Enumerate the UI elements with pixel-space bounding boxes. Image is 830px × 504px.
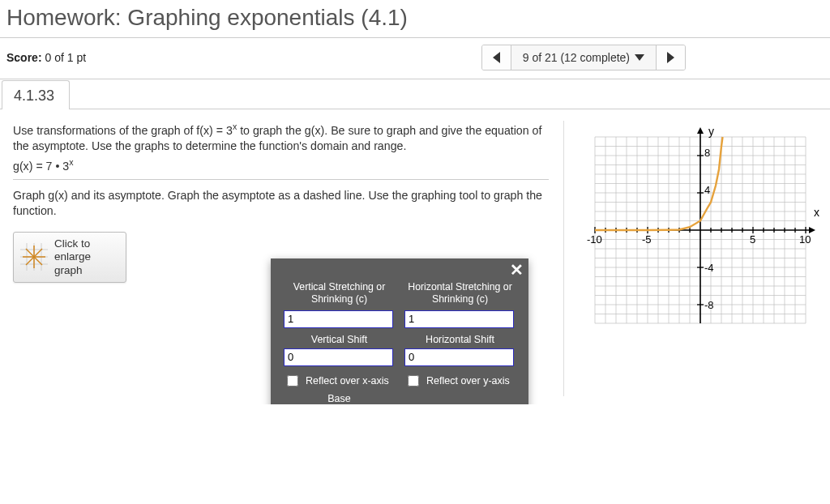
graph-icon [20,243,48,271]
horizontal-shift-label: Horizontal Shift [400,332,520,348]
question-number-tab[interactable]: 4.1.33 [2,80,70,109]
transformation-panel: ✕ Vertical Stretching or Shrinking (c) H… [271,258,528,404]
graph-instruction: Graph g(x) and its asymptote. Graph the … [13,188,549,219]
equation-gx: g(x) = 7 • 3x [13,157,549,173]
y-tick-neg4: -4 [704,262,714,274]
top-bar: Score: 0 of 1 pt 9 of 21 (12 complete) [0,38,830,79]
horizontal-stretch-label: Horizontal Stretching or Shrinking (c) [400,280,520,310]
x-tick-neg5: -5 [642,233,652,246]
page-title: Homework: Graphing exponentials (4.1) [0,0,830,38]
chevron-left-icon [493,52,500,63]
reflect-y-label: Reflect over y-axis [426,375,510,387]
progress-dropdown[interactable]: 9 of 21 (12 complete) [511,45,656,70]
y-tick-neg8: -8 [704,299,714,311]
x-tick-10: 10 [799,233,811,246]
reflect-x-checkbox[interactable] [287,375,298,387]
x-tick-5: 5 [750,233,755,246]
problem-column: Use transformations of the graph of f(x)… [13,121,564,396]
y-tick-8: 8 [704,147,710,159]
score-value: 0 of 1 pt [45,51,86,64]
vertical-stretch-label: Vertical Stretching or Shrinking (c) [279,280,400,310]
chevron-down-icon [635,54,644,61]
enlarge-label: Click to enlarge graph [54,237,91,277]
y-axis-label: y [708,125,714,138]
vertical-shift-input[interactable] [284,348,393,366]
question-nav: 9 of 21 (12 complete) [481,45,686,70]
reflect-x-label: Reflect over x-axis [306,375,389,387]
divider [13,179,549,180]
prev-button[interactable] [482,45,511,70]
graph-plot[interactable]: y x 8 4 -4 -8 -10 -5 5 10 [579,121,822,340]
progress-text: 9 of 21 (12 complete) [523,51,630,64]
y-tick-4: 4 [704,184,710,196]
horizontal-shift-input[interactable] [404,348,514,366]
score-label: Score: 0 of 1 pt [6,51,86,64]
graph-column: y x 8 4 -4 -8 -10 -5 5 10 [564,121,815,396]
x-axis-label: x [814,206,819,219]
horizontal-stretch-input[interactable] [404,310,514,328]
close-icon[interactable]: ✕ [510,262,524,278]
problem-text: Use transformations of the graph of f(x)… [13,121,549,154]
vertical-stretch-input[interactable] [284,310,393,328]
chevron-right-icon [667,52,674,63]
score-prefix: Score: [6,51,42,64]
x-tick-neg10: -10 [587,233,602,246]
content-area: Use transformations of the graph of f(x)… [0,109,830,404]
next-button[interactable] [656,45,685,70]
base-label: Base [279,391,400,404]
vertical-shift-label: Vertical Shift [279,332,400,348]
reflect-y-checkbox[interactable] [408,375,419,387]
enlarge-graph-button[interactable]: Click to enlarge graph [13,232,126,283]
